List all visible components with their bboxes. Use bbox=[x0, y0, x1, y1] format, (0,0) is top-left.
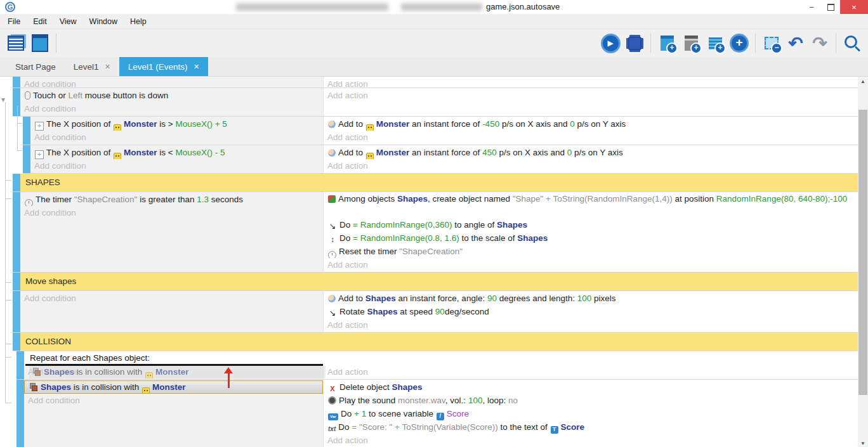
condition-line[interactable]: The X position of Monster is < MouseX() … bbox=[30, 146, 323, 159]
group-header[interactable]: SHAPES bbox=[20, 174, 858, 191]
add-subevent-icon[interactable] bbox=[680, 32, 702, 55]
action-line[interactable]: Rotate Shapes at speed 90deg/second bbox=[324, 305, 858, 318]
action-line[interactable]: Do = RandomInRange(0,360) to angle of Sh… bbox=[324, 218, 858, 231]
maximize-icon bbox=[827, 4, 834, 11]
event-selector-bar[interactable] bbox=[23, 117, 30, 145]
condition-line[interactable]: The X position of Monster is > MouseX() … bbox=[30, 117, 323, 131]
action-line[interactable]: Delete object Shapes bbox=[324, 380, 858, 394]
tree-stub bbox=[5, 282, 11, 283]
event-row: Add conditionAdd to Shapes an instant fo… bbox=[13, 291, 858, 333]
search-icon[interactable] bbox=[841, 32, 864, 55]
minimize-button[interactable]: – bbox=[802, 0, 821, 14]
add-action-link[interactable]: Add action bbox=[324, 77, 858, 88]
start-page-icon[interactable] bbox=[29, 32, 51, 55]
text-segment: Shapes bbox=[367, 307, 398, 316]
text-segment: 1.3 bbox=[197, 195, 209, 204]
event-selector-bar[interactable] bbox=[13, 77, 20, 87]
action-line[interactable]: Play the sound monster.wav, vol.: 100, l… bbox=[324, 394, 858, 407]
event-selector-bar[interactable] bbox=[13, 273, 20, 290]
condition-line[interactable]: The timer "ShapeCreation" is greater tha… bbox=[20, 193, 323, 206]
timer-icon bbox=[25, 199, 33, 206]
add-action-link[interactable]: Add action bbox=[324, 131, 858, 144]
conditions-cell: Touch or Left mouse button is downAdd co… bbox=[20, 88, 323, 116]
add-condition-link[interactable]: Add condition bbox=[24, 394, 323, 407]
event-selector-bar[interactable] bbox=[13, 88, 20, 116]
scroll-down-icon[interactable]: ▼ bbox=[858, 439, 868, 447]
add-condition-link[interactable]: Add condition bbox=[20, 77, 323, 88]
close-icon[interactable]: × bbox=[105, 62, 110, 72]
delete-event-icon[interactable] bbox=[760, 32, 783, 55]
action-line[interactable]: Reset the timer "ShapeCreation" bbox=[324, 245, 858, 258]
add-action-link[interactable]: Add action bbox=[324, 365, 858, 379]
text-segment: an instant force of bbox=[409, 148, 482, 157]
tab-level1[interactable]: Level1× bbox=[65, 57, 119, 76]
menu-window[interactable]: Window bbox=[83, 17, 124, 26]
group-header[interactable]: COLLISION bbox=[20, 333, 858, 351]
text-segment: "Shape" + ToString(RandomInRange(1,4)) bbox=[513, 194, 673, 204]
add-condition-link[interactable]: Add condition bbox=[30, 131, 323, 144]
event-selector-bar[interactable] bbox=[23, 145, 30, 173]
tab-start-page[interactable]: Start Page bbox=[6, 57, 65, 76]
add-action-link[interactable]: Add action bbox=[324, 258, 858, 271]
action-line[interactable]: Do + 1 to scene variable Score bbox=[324, 407, 858, 420]
play-icon[interactable] bbox=[599, 32, 622, 55]
repeat-title[interactable]: Repeat for each Shapes object: bbox=[24, 351, 858, 365]
close-button[interactable]: × bbox=[840, 0, 868, 14]
add-event-icon[interactable] bbox=[655, 32, 678, 55]
action-line[interactable]: Do = RandomInRange(0.8, 1.6) to the scal… bbox=[324, 231, 858, 245]
debug-icon[interactable] bbox=[623, 32, 646, 55]
condition-line[interactable]: Shapes is in collision with Monster bbox=[24, 380, 323, 394]
scale-icon bbox=[328, 236, 337, 245]
action-line[interactable]: Add to Shapes an instant force, angle: 9… bbox=[324, 292, 858, 305]
event-selector-bar[interactable] bbox=[13, 333, 20, 351]
add-object-icon[interactable] bbox=[728, 32, 751, 55]
maximize-button[interactable] bbox=[821, 0, 840, 14]
event-selector-bar[interactable] bbox=[16, 380, 24, 447]
event-cells: Shapes is in collision with MonsterAdd c… bbox=[24, 380, 858, 447]
add-condition-link[interactable]: Add condition bbox=[30, 159, 323, 172]
add-condition-link[interactable]: Add condition bbox=[20, 206, 323, 219]
redo-icon[interactable] bbox=[808, 32, 831, 55]
action-line[interactable]: Add to Monster an instant force of -450 … bbox=[324, 117, 858, 131]
event-selector-bar[interactable] bbox=[13, 192, 20, 272]
close-icon[interactable]: × bbox=[194, 62, 199, 72]
condition-line[interactable]: Touch or Left mouse button is down bbox=[20, 89, 323, 102]
add-action-link[interactable]: Add action bbox=[324, 318, 858, 332]
add-action-link[interactable]: Add action bbox=[324, 159, 858, 172]
conditions-cell: Add condition bbox=[20, 291, 323, 332]
undo-icon[interactable] bbox=[784, 32, 807, 55]
add-condition-link[interactable]: Add condition bbox=[20, 292, 323, 305]
event-selector-bar[interactable] bbox=[16, 351, 24, 379]
add-action-link[interactable]: Add action bbox=[324, 434, 858, 447]
group-header[interactable]: Move shapes bbox=[20, 273, 858, 290]
event-selector-bar[interactable] bbox=[13, 174, 20, 191]
action-line[interactable]: Among objects Shapes, create object name… bbox=[324, 193, 858, 218]
add-comment-icon[interactable] bbox=[704, 32, 727, 55]
event-row: Shapes is in collision with MonsterAdd c… bbox=[16, 380, 858, 447]
text-segment: Monster bbox=[124, 119, 157, 129]
action-line[interactable]: Do = "Score: " + ToString(Variable(Score… bbox=[324, 420, 858, 434]
tab-level1-events-[interactable]: Level1 (Events)× bbox=[119, 57, 208, 76]
text-segment: Monster bbox=[152, 382, 186, 392]
collision-icon bbox=[29, 382, 38, 391]
menu-edit[interactable]: Edit bbox=[27, 17, 53, 26]
event-selector-bar[interactable] bbox=[13, 291, 20, 332]
vertical-scrollbar[interactable]: ▲ ▼ bbox=[858, 77, 868, 447]
tab-label: Start Page bbox=[15, 62, 56, 72]
text-segment: The X position of bbox=[46, 148, 113, 157]
text-segment: Shapes bbox=[44, 367, 74, 377]
text-segment: = "Score: " + ToString(Variable(Score)) bbox=[352, 422, 497, 432]
menu-view[interactable]: View bbox=[53, 17, 83, 26]
scrollbar-thumb[interactable] bbox=[858, 110, 867, 395]
action-line[interactable]: Add to Monster an instant force of 450 p… bbox=[324, 146, 858, 159]
menu-file[interactable]: File bbox=[1, 17, 27, 26]
add-action-link[interactable]: Add action bbox=[324, 89, 858, 102]
annotation-arrow-head bbox=[224, 367, 233, 373]
add-condition-link[interactable]: Add condition bbox=[20, 102, 323, 115]
project-manager-icon[interactable] bbox=[4, 32, 27, 55]
toolbar bbox=[0, 29, 868, 57]
scroll-up-icon[interactable]: ▲ bbox=[858, 77, 868, 87]
menu-help[interactable]: Help bbox=[124, 17, 153, 26]
angle-icon bbox=[328, 222, 337, 231]
redacted-title-text bbox=[236, 3, 388, 11]
